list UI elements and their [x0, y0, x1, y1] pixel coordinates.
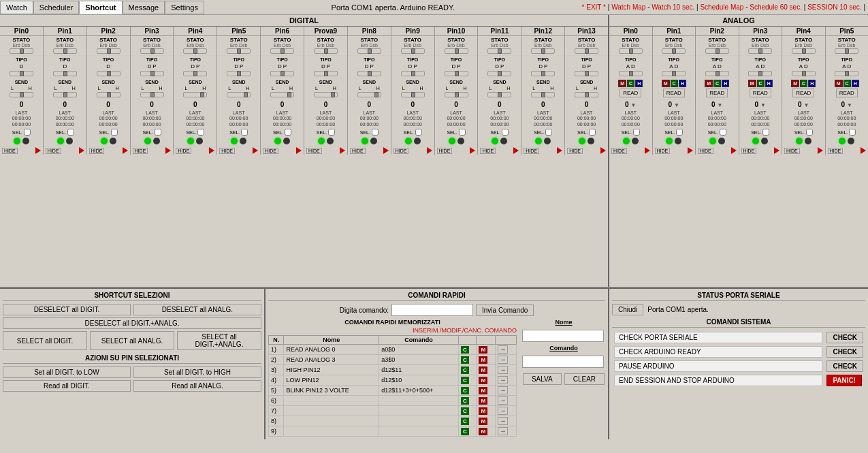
mch-c-btn-5[interactable]: C	[843, 80, 851, 87]
expand-btn-0[interactable]	[35, 147, 41, 154]
stato-slider-8[interactable]	[357, 48, 381, 54]
hide-btn-1[interactable]: HIDE	[46, 148, 61, 154]
mch-m-btn-5[interactable]: M	[835, 80, 843, 87]
stato-slider-11[interactable]	[487, 48, 511, 54]
cmd-m-btn-2[interactable]: M	[479, 366, 487, 374]
stato-slider-4[interactable]	[183, 48, 207, 54]
mch-m-btn-2[interactable]: M	[705, 80, 713, 87]
send-slider-9[interactable]	[401, 92, 425, 97]
cmd-arrow-btn-3[interactable]: →	[498, 376, 508, 384]
tipo-slider-8[interactable]	[357, 71, 381, 76]
cmd-m-btn-4[interactable]: M	[479, 387, 487, 394]
cmd-arrow-btn-7[interactable]: →	[498, 417, 508, 425]
mch-h-btn-3[interactable]: H	[765, 80, 773, 87]
sel-check-6[interactable]	[285, 129, 291, 136]
tipo-slider-13[interactable]	[575, 71, 598, 76]
cmd-arrow-btn-1[interactable]: →	[498, 356, 508, 364]
analog-read-btn-3[interactable]: READ	[750, 89, 771, 97]
cmd-c-btn-2[interactable]: C	[461, 366, 469, 374]
expand-btn-6[interactable]	[296, 147, 302, 154]
stato-slider-9[interactable]	[401, 48, 425, 54]
analog-read-btn-2[interactable]: READ	[706, 89, 728, 97]
analog-stato-slider-3[interactable]	[748, 48, 772, 54]
cmd-arrow-btn-0[interactable]: →	[498, 345, 508, 354]
send-slider-8[interactable]	[357, 92, 381, 97]
deselect-analog-btn[interactable]: DESELECT all ANALG.	[133, 304, 261, 315]
analog-tipo-slider-0[interactable]	[619, 71, 643, 76]
mch-h-btn-5[interactable]: H	[852, 80, 859, 87]
expand-btn-12[interactable]	[557, 147, 562, 154]
hide-btn-10[interactable]: HIDE	[437, 148, 453, 154]
cmd-m-btn-5[interactable]: M	[479, 397, 487, 405]
hide-btn-11[interactable]: HIDE	[480, 148, 496, 154]
cmd-c-btn-4[interactable]: C	[461, 387, 469, 394]
sel-check-2[interactable]	[111, 129, 118, 136]
sel-check-12[interactable]	[545, 129, 552, 136]
expand-btn-5[interactable]	[253, 147, 258, 154]
hide-btn-3[interactable]: HIDE	[133, 148, 148, 154]
analog-sel-check-0[interactable]	[633, 129, 640, 136]
schedule-60-link[interactable]: Schedule 60 sec.	[750, 3, 802, 11]
tipo-slider-11[interactable]	[487, 71, 511, 76]
chiudi-btn[interactable]: Chiudi	[612, 304, 643, 315]
send-slider-10[interactable]	[445, 92, 468, 97]
sel-check-5[interactable]	[241, 129, 248, 136]
cmd-c-btn-8[interactable]: C	[461, 428, 469, 435]
tab-scheduler[interactable]: Scheduler	[33, 1, 80, 14]
salva-btn[interactable]: SALVA	[523, 373, 562, 385]
tipo-slider-7[interactable]	[314, 71, 338, 76]
analog-sel-check-2[interactable]	[720, 129, 726, 136]
tipo-slider-4[interactable]	[183, 71, 207, 76]
tab-watch[interactable]: Watch	[0, 1, 33, 14]
analog-hide-btn-5[interactable]: HIDE	[828, 148, 843, 154]
read-analog-btn[interactable]: Read all ANALG.	[133, 380, 261, 392]
expand-btn-3[interactable]	[165, 147, 171, 154]
send-slider-12[interactable]	[531, 92, 555, 97]
schedule-map-link[interactable]: Schedule Map	[700, 3, 743, 11]
stato-slider-13[interactable]	[575, 48, 598, 54]
mch-h-btn-4[interactable]: H	[808, 80, 816, 87]
analog-stato-slider-4[interactable]	[792, 48, 816, 54]
sel-check-11[interactable]	[502, 129, 509, 136]
hide-btn-6[interactable]: HIDE	[263, 148, 278, 154]
tipo-slider-0[interactable]	[10, 71, 33, 76]
mch-c-btn-3[interactable]: C	[757, 80, 765, 87]
hide-btn-4[interactable]: HIDE	[176, 148, 191, 154]
tipo-slider-5[interactable]	[227, 71, 251, 76]
analog-sel-check-1[interactable]	[676, 129, 683, 136]
stato-slider-6[interactable]	[270, 48, 294, 54]
cmd-arrow-btn-6[interactable]: →	[498, 407, 508, 415]
mch-c-btn-4[interactable]: C	[800, 80, 807, 87]
analog-tipo-slider-2[interactable]	[705, 71, 729, 76]
insert-link[interactable]: INSERIM./MODIF./CANC. COMANDO	[413, 327, 517, 334]
analog-stato-slider-1[interactable]	[662, 48, 686, 54]
analog-tipo-slider-3[interactable]	[748, 71, 772, 76]
tipo-slider-12[interactable]	[531, 71, 555, 76]
select-digit-btn[interactable]: SELECT all DIGIT.	[3, 331, 87, 350]
expand-btn-9[interactable]	[427, 147, 432, 154]
stato-slider-0[interactable]	[10, 48, 33, 54]
clear-btn[interactable]: CLEAR	[564, 373, 605, 385]
send-slider-1[interactable]	[53, 92, 77, 97]
send-slider-4[interactable]	[183, 92, 207, 97]
expand-btn-8[interactable]	[383, 147, 389, 154]
tipo-slider-2[interactable]	[97, 71, 120, 76]
tab-shortcut[interactable]: Shortcut	[79, 1, 122, 14]
analog-sel-check-3[interactable]	[762, 129, 769, 136]
tipo-slider-6[interactable]	[270, 71, 294, 76]
expand-btn-1[interactable]	[79, 147, 84, 154]
cmd-m-btn-3[interactable]: M	[479, 377, 487, 384]
hide-btn-8[interactable]: HIDE	[350, 148, 366, 154]
cmd-c-btn-0[interactable]: C	[461, 346, 469, 354]
analog-hide-btn-1[interactable]: HIDE	[655, 148, 671, 154]
send-slider-3[interactable]	[140, 92, 164, 97]
tipo-slider-1[interactable]	[53, 71, 77, 76]
analog-tipo-slider-1[interactable]	[662, 71, 686, 76]
send-cmd-btn[interactable]: Invia Comando	[476, 304, 534, 316]
watch-10-link[interactable]: Watch 10 sec.	[652, 3, 694, 11]
sel-check-0[interactable]	[24, 129, 31, 136]
cmd-input-field[interactable]	[391, 304, 473, 316]
analog-read-btn-4[interactable]: READ	[792, 89, 814, 97]
mch-h-btn-2[interactable]: H	[722, 80, 729, 87]
set-low-btn[interactable]: Set all DIGIT. to LOW	[3, 366, 131, 378]
